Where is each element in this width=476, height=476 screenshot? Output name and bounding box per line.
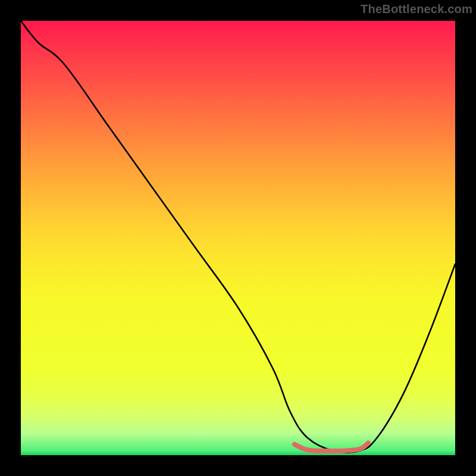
watermark-text: TheBottleneck.com xyxy=(361,2,472,16)
curve-overlay xyxy=(21,21,455,455)
highlight-segment xyxy=(295,443,368,451)
bottleneck-curve xyxy=(21,21,455,453)
